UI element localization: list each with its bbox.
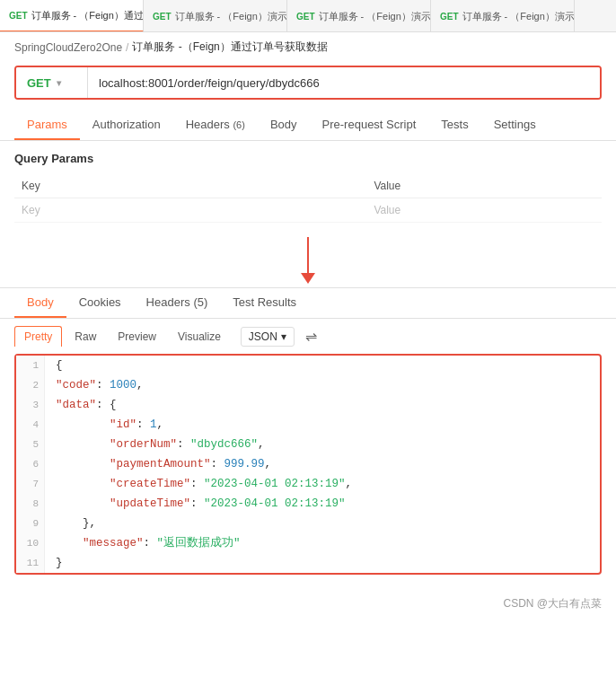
line-content-7: "createTime": "2023-04-01 02:13:19", <box>45 474 363 494</box>
line-num-11: 11 <box>16 553 45 573</box>
resp-tab-body[interactable]: Body <box>14 288 66 318</box>
col-header-value: Value <box>366 174 602 198</box>
line-content-1: { <box>45 356 74 375</box>
format-chevron-icon: ▾ <box>281 330 286 343</box>
line-content-6: "paymentAmount": 999.99, <box>45 454 282 474</box>
line-num-10: 10 <box>16 533 45 553</box>
tab-bar: GET 订单服务 - （Feign）通过... × GET 订单服务 - （Fe… <box>0 0 616 32</box>
breadcrumb-current: 订单服务 -（Feign）通过订单号获取数据 <box>132 40 327 55</box>
line-content-9: }, <box>45 514 107 533</box>
format-select-value: JSON <box>249 330 277 343</box>
tab-1[interactable]: GET 订单服务 - （Feign）演示... × <box>144 0 287 32</box>
line-num-9: 9 <box>16 514 45 533</box>
json-line-3: 3 "data": { <box>16 395 600 415</box>
line-num-8: 8 <box>16 494 45 514</box>
fmt-tab-preview[interactable]: Preview <box>109 327 165 347</box>
wrap-icon[interactable]: ⇌ <box>305 328 317 345</box>
red-arrow <box>301 237 315 284</box>
fmt-tab-pretty[interactable]: Pretty <box>14 326 62 347</box>
table-row: Key Value <box>14 198 602 223</box>
line-content-11: } <box>45 553 74 573</box>
format-bar: Pretty Raw Preview Visualize JSON ▾ ⇌ <box>0 319 616 354</box>
req-tab-settings[interactable]: Settings <box>481 110 549 140</box>
url-bar: GET ▾ <box>14 66 602 100</box>
arrow-line <box>307 237 309 273</box>
breadcrumb-sep: / <box>126 41 128 54</box>
tab-0-label: 订单服务 - （Feign）通过... <box>31 9 144 22</box>
tab-0-method: GET <box>9 11 28 21</box>
breadcrumb-parent[interactable]: SpringCloudZero2One <box>14 41 122 54</box>
line-num-5: 5 <box>16 435 45 454</box>
tab-3-label: 订单服务 - （Feign）演示... <box>462 10 575 23</box>
json-line-10: 10 "message": "返回数据成功" <box>16 533 600 553</box>
json-line-5: 5 "orderNum": "dbydc666", <box>16 435 600 454</box>
req-tab-headers[interactable]: Headers (6) <box>173 110 258 140</box>
col-header-key: Key <box>14 174 366 198</box>
tab-2-method: GET <box>296 12 315 22</box>
req-tab-pre-request[interactable]: Pre-request Script <box>310 110 429 140</box>
query-params-title: Query Params <box>14 152 602 165</box>
tab-2-label: 订单服务 - （Feign）演示... <box>319 10 431 23</box>
method-chevron-icon: ▾ <box>57 78 61 88</box>
resp-tab-headers[interactable]: Headers (5) <box>134 288 221 318</box>
watermark: CSDN @大白有点菜 <box>0 589 616 619</box>
json-response-area: 1 { 2 "code": 1000, 3 "data": { 4 "id": … <box>14 354 602 575</box>
fmt-tab-visualize[interactable]: Visualize <box>169 327 230 347</box>
params-table: Key Value Key Value <box>14 174 602 223</box>
resp-tab-test-results[interactable]: Test Results <box>220 288 309 318</box>
request-tabs: Params Authorization Headers (6) Body Pr… <box>0 110 616 141</box>
arrow-container <box>0 233 616 287</box>
tab-3[interactable]: GET 订单服务 - （Feign）演示... × <box>431 0 575 32</box>
tab-3-method: GET <box>440 12 459 22</box>
line-num-2: 2 <box>16 375 45 395</box>
req-tab-authorization[interactable]: Authorization <box>80 110 173 140</box>
url-bar-container: GET ▾ <box>0 62 616 110</box>
json-line-7: 7 "createTime": "2023-04-01 02:13:19", <box>16 474 600 494</box>
tab-0[interactable]: GET 订单服务 - （Feign）通过... × <box>0 0 144 32</box>
line-num-7: 7 <box>16 474 45 494</box>
method-select[interactable]: GET ▾ <box>16 67 88 98</box>
method-label: GET <box>27 76 51 90</box>
json-line-11: 11 } <box>16 553 600 573</box>
req-tab-tests[interactable]: Tests <box>428 110 480 140</box>
json-line-4: 4 "id": 1, <box>16 415 600 435</box>
line-content-5: "orderNum": "dbydc666", <box>45 435 276 454</box>
response-tabs: Body Cookies Headers (5) Test Results <box>0 288 616 319</box>
params-section: Query Params Key Value Key Value <box>0 141 616 233</box>
resp-tab-cookies[interactable]: Cookies <box>66 288 134 318</box>
format-select[interactable]: JSON ▾ <box>241 327 295 347</box>
arrow-head <box>301 273 315 284</box>
line-content-2: "code": 1000, <box>45 375 154 395</box>
req-tab-params[interactable]: Params <box>14 110 80 140</box>
json-line-2: 2 "code": 1000, <box>16 375 600 395</box>
param-value-input[interactable]: Value <box>366 198 602 223</box>
line-num-4: 4 <box>16 415 45 435</box>
line-num-6: 6 <box>16 454 45 474</box>
req-tab-body[interactable]: Body <box>258 110 310 140</box>
line-content-8: "updateTime": "2023-04-01 02:13:19" <box>45 494 356 514</box>
line-content-3: "data": { <box>45 395 128 415</box>
json-line-8: 8 "updateTime": "2023-04-01 02:13:19" <box>16 494 600 514</box>
json-line-1: 1 { <box>16 356 600 375</box>
url-input[interactable] <box>88 67 600 98</box>
line-content-10: "message": "返回数据成功" <box>45 533 251 553</box>
line-num-1: 1 <box>16 356 45 375</box>
fmt-tab-raw[interactable]: Raw <box>66 327 105 347</box>
json-line-9: 9 }, <box>16 514 600 533</box>
breadcrumb: SpringCloudZero2One / 订单服务 -（Feign）通过订单号… <box>0 32 616 62</box>
param-key-input[interactable]: Key <box>14 198 366 223</box>
tab-2[interactable]: GET 订单服务 - （Feign）演示... × <box>287 0 431 32</box>
tab-1-label: 订单服务 - （Feign）演示... <box>175 10 287 23</box>
tab-1-method: GET <box>153 12 172 22</box>
line-content-4: "id": 1, <box>45 415 174 435</box>
json-line-6: 6 "paymentAmount": 999.99, <box>16 454 600 474</box>
line-num-3: 3 <box>16 395 45 415</box>
